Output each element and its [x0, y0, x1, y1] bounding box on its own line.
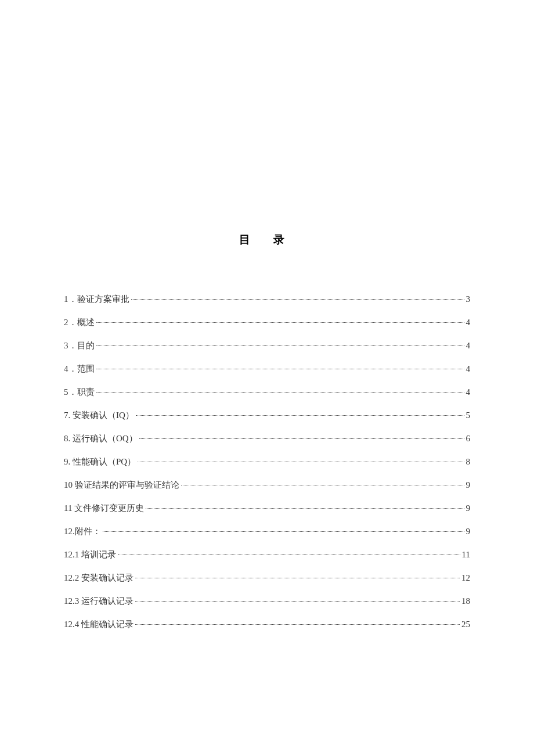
toc-entry: 8. 运行确认（OQ） 6	[64, 433, 470, 444]
toc-entry: 12.4 性能确认记录 25	[64, 619, 470, 630]
toc-entry-page: 18	[461, 596, 470, 606]
toc-leader-dots	[136, 415, 464, 416]
toc-leader-dots	[146, 508, 464, 509]
toc-entry: 12.附件： 9	[64, 526, 470, 537]
document-page: 目 录 1．验证方案审批 3 2．概述 4 3．目的 4 4．范围 4 5．职责…	[0, 0, 534, 630]
toc-entry: 1．验证方案审批 3	[64, 294, 470, 305]
toc-leader-dots	[131, 299, 464, 300]
toc-entry: 11 文件修订变更历史 9	[64, 503, 470, 514]
toc-entry-label: 12.4 性能确认记录	[64, 619, 134, 630]
toc-entry-page: 11	[462, 550, 470, 560]
toc-entry-page: 4	[466, 318, 471, 327]
toc-entry-page: 4	[466, 341, 471, 351]
toc-entry-page: 4	[466, 387, 471, 397]
toc-entry-page: 9	[466, 527, 471, 537]
toc-entry-label: 9. 性能确认（PQ）	[64, 456, 136, 467]
toc-entry: 12.1 培训记录 11	[64, 549, 470, 560]
toc-entry: 4．范围 4	[64, 363, 470, 375]
toc-entry-page: 4	[466, 364, 471, 374]
toc-entry-label: 11 文件修订变更历史	[64, 503, 144, 514]
toc-entry-page: 25	[461, 620, 470, 629]
toc-entry: 5．职责 4	[64, 387, 470, 398]
toc-leader-dots	[135, 624, 460, 625]
toc-entry-label: 12.2 安装确认记录	[64, 573, 134, 584]
toc-entry-label: 7. 安装确认（IQ）	[64, 410, 134, 421]
toc-entry-label: 4．范围	[64, 363, 95, 375]
toc-entry-page: 9	[466, 480, 471, 490]
toc-leader-dots	[96, 345, 464, 346]
toc-leader-dots	[118, 555, 460, 555]
toc-entry-label: 3．目的	[64, 340, 95, 351]
toc-leader-dots	[96, 322, 464, 323]
toc-entry-label: 5．职责	[64, 387, 95, 398]
toc-leader-dots	[96, 369, 464, 369]
toc-entry-label: 12.1 培训记录	[64, 549, 116, 560]
toc-entry-page: 5	[466, 411, 471, 420]
toc-entry-page: 3	[466, 294, 471, 304]
toc-entry-label: 1．验证方案审批	[64, 294, 129, 305]
toc-entry-page: 6	[466, 434, 471, 444]
toc-title: 目 录	[64, 232, 470, 247]
toc-entry: 7. 安装确认（IQ） 5	[64, 410, 470, 421]
table-of-contents: 1．验证方案审批 3 2．概述 4 3．目的 4 4．范围 4 5．职责 4 7…	[64, 294, 470, 630]
toc-entry-label: 10 验证结果的评审与验证结论	[64, 480, 179, 491]
toc-entry-label: 12.3 运行确认记录	[64, 596, 134, 607]
toc-leader-dots	[181, 485, 464, 485]
toc-entry-page: 12	[461, 573, 470, 583]
toc-entry-label: 2．概述	[64, 317, 95, 328]
toc-entry-label: 12.附件：	[64, 526, 101, 537]
toc-entry: 9. 性能确认（PQ） 8	[64, 456, 470, 467]
toc-entry: 12.3 运行确认记录 18	[64, 596, 470, 607]
toc-leader-dots	[103, 531, 464, 532]
toc-entry: 3．目的 4	[64, 340, 470, 351]
toc-leader-dots	[138, 462, 464, 462]
toc-entry-page: 8	[466, 457, 471, 467]
toc-entry: 12.2 安装确认记录 12	[64, 573, 470, 584]
toc-leader-dots	[135, 601, 460, 602]
toc-entry-label: 8. 运行确认（OQ）	[64, 433, 138, 444]
toc-entry-page: 9	[466, 503, 471, 513]
toc-leader-dots	[96, 392, 464, 393]
toc-entry: 2．概述 4	[64, 317, 470, 328]
toc-entry: 10 验证结果的评审与验证结论 9	[64, 480, 470, 491]
toc-leader-dots	[135, 578, 460, 578]
toc-leader-dots	[139, 438, 464, 439]
